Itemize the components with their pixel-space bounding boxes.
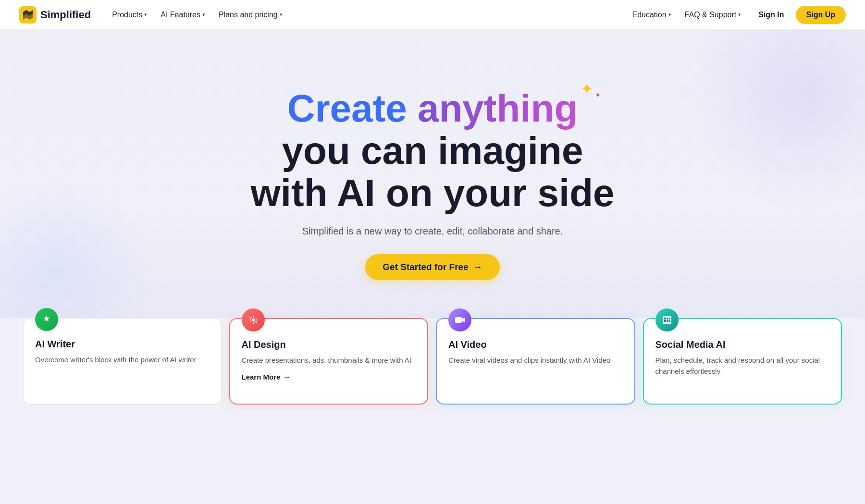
card-ai-design: AI Design Create presentations, ads, thu… [229,318,429,405]
hero-line3: with AI on your side [250,172,614,214]
svg-rect-2 [455,317,462,323]
ai-writer-icon [35,308,58,331]
ai-design-icon-wrapper [242,308,265,332]
nav-products[interactable]: Products ▾ [106,7,153,23]
plans-chevron-icon: ▾ [280,12,283,18]
product-cards-section: AI Writer Overcome writer's block with t… [0,318,865,405]
nav-left: Simplified Products ▾ AI Features ▾ Plan… [19,6,288,24]
ai-writer-desc: Overcome writer's block with the power o… [35,355,210,366]
card-ai-video: AI Video Create viral videos and clips i… [436,318,635,405]
sign-up-button[interactable]: Sign Up [796,6,846,24]
education-chevron-icon: ▾ [668,12,671,18]
social-media-desc: Plan, schedule, track and respond on all… [655,355,830,377]
sparkle-large-icon: ✦ [581,82,592,97]
ai-features-chevron-icon: ▾ [202,12,205,18]
nav-right: Education ▾ FAQ & Support ▾ Sign In Sign… [626,6,846,24]
ai-video-icon-wrapper [448,308,471,332]
cta-arrow-icon: → [473,262,482,272]
sign-in-button[interactable]: Sign In [751,7,791,23]
svg-rect-6 [669,318,670,320]
logo[interactable]: Simplified [19,6,91,24]
ai-design-learn-more-link[interactable]: Learn More → [242,373,291,381]
logo-text: Simplified [40,9,91,21]
sparkle-small-icon: ✦ [595,92,601,99]
ai-video-icon [448,308,471,332]
svg-rect-4 [664,318,666,320]
svg-rect-7 [664,320,666,322]
svg-rect-9 [669,320,670,322]
nav-menu-right: Education ▾ FAQ & Support ▾ [626,7,747,23]
get-started-button[interactable]: Get Started for Free → [365,254,499,280]
navbar: Simplified Products ▾ AI Features ▾ Plan… [0,0,865,30]
nav-plans-pricing[interactable]: Plans and pricing ▾ [213,7,288,23]
hero-create-word: Create [287,87,407,130]
svg-rect-5 [667,318,668,320]
social-media-icon [655,308,679,332]
ai-design-title: AI Design [242,339,416,350]
logo-icon [19,6,37,24]
hero-anything-word: anything ✦ ✦ [418,87,578,130]
products-chevron-icon: ▾ [144,12,147,18]
nav-faq-support[interactable]: FAQ & Support ▾ [679,7,747,23]
svg-point-1 [252,319,255,321]
hero-section: Create anything ✦ ✦ you can imagine with… [0,30,865,328]
ai-design-desc: Create presentations, ads, thumbnails & … [242,355,416,366]
social-media-title: Social Media AI [655,339,830,350]
social-media-icon-wrapper [655,308,679,332]
nav-ai-features[interactable]: AI Features ▾ [155,7,211,23]
ai-design-icon [242,308,265,332]
hero-title: Create anything ✦ ✦ you can imagine with… [250,87,614,214]
card-ai-writer: AI Writer Overcome writer's block with t… [23,318,222,405]
hero-subtitle: Simplified is a new way to create, edit,… [302,226,563,237]
card-social-media-ai: Social Media AI Plan, schedule, track an… [643,318,842,405]
ai-writer-title: AI Writer [35,339,210,350]
ai-writer-icon-wrapper [35,308,58,331]
hero-line2: you can imagine [250,130,614,172]
learn-more-arrow-icon: → [283,373,290,381]
ai-video-desc: Create viral videos and clips instantly … [448,355,623,366]
nav-education[interactable]: Education ▾ [626,7,677,23]
svg-rect-8 [667,320,668,322]
ai-video-title: AI Video [448,339,623,350]
nav-menu-left: Products ▾ AI Features ▾ Plans and prici… [106,7,288,23]
faq-chevron-icon: ▾ [738,12,741,18]
